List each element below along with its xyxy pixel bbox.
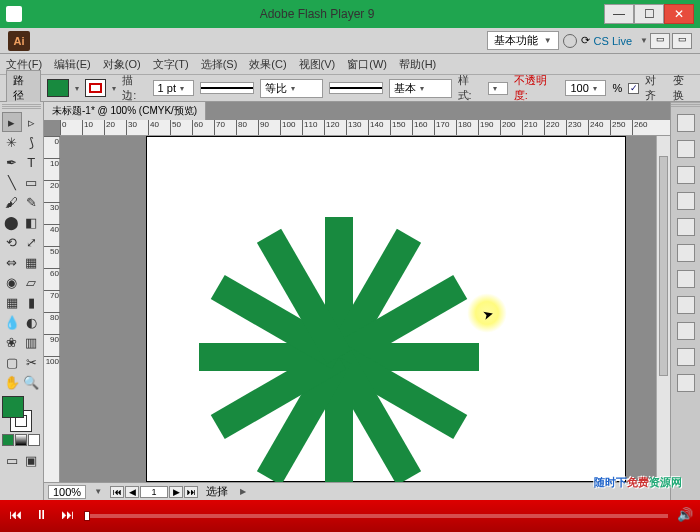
pause-button[interactable]: ⏸ <box>32 507 50 525</box>
menu-select[interactable]: 选择(S) <box>201 57 238 72</box>
chevron-right-icon[interactable]: ▶ <box>240 487 246 496</box>
mesh-tool[interactable]: ▦ <box>2 292 22 312</box>
screen-mode-button[interactable]: ▭ <box>672 33 692 49</box>
artboard-tool[interactable]: ▢ <box>2 352 22 372</box>
change-screen-mode[interactable]: ▣ <box>22 450 42 470</box>
maximize-button[interactable]: ☐ <box>634 4 664 24</box>
volume-button[interactable]: 🔊 <box>676 507 694 525</box>
style-swatch[interactable]: ▾ <box>488 82 508 95</box>
eraser-tool[interactable]: ◧ <box>22 212 42 232</box>
stroke-panel-icon[interactable] <box>677 244 695 262</box>
canvas[interactable]: ➤ <box>60 136 656 482</box>
cs-live-button[interactable]: CS Live <box>594 35 633 47</box>
stroke-weight-input[interactable]: 1 pt▾ <box>153 80 194 96</box>
next-button[interactable]: ⏭ <box>58 507 76 525</box>
rotate-tool[interactable]: ⟲ <box>2 232 22 252</box>
fill-swatch[interactable] <box>47 79 68 97</box>
opacity-label[interactable]: 不透明度: <box>514 73 560 103</box>
brushes-panel-icon[interactable] <box>677 192 695 210</box>
menu-view[interactable]: 视图(V) <box>299 57 336 72</box>
artboard[interactable]: ➤ <box>146 136 626 482</box>
menu-window[interactable]: 窗口(W) <box>347 57 387 72</box>
paintbrush-tool[interactable]: 🖌 <box>2 192 22 212</box>
gradient-tool[interactable]: ▮ <box>22 292 42 312</box>
symbol-sprayer-tool[interactable]: ❀ <box>2 332 22 352</box>
selection-tool[interactable]: ▸ <box>2 112 22 132</box>
appearance-panel-icon[interactable] <box>677 322 695 340</box>
color-panel-icon[interactable] <box>677 114 695 132</box>
gradient-panel-icon[interactable] <box>677 270 695 288</box>
rectangle-tool[interactable]: ▭ <box>22 172 42 192</box>
blob-brush-tool[interactable]: ⬤ <box>2 212 22 232</box>
panel-grip[interactable] <box>2 104 41 110</box>
color-mode-gradient[interactable] <box>15 434 27 446</box>
scrollbar-thumb[interactable] <box>659 156 668 376</box>
pen-tool[interactable]: ✒ <box>2 152 22 172</box>
swatches-panel-icon[interactable] <box>677 166 695 184</box>
align-pixel-checkbox[interactable]: ✓ <box>628 83 639 94</box>
workspace-selector[interactable]: 基本功能 ▼ <box>487 31 559 50</box>
menu-help[interactable]: 帮助(H) <box>399 57 436 72</box>
star-shape[interactable] <box>197 217 477 482</box>
arrange-button[interactable]: ▭ <box>650 33 670 49</box>
ruler-tick: 90 <box>258 120 269 136</box>
layers-panel-icon[interactable] <box>677 374 695 392</box>
chevron-down-icon[interactable]: ▾ <box>112 84 116 93</box>
lasso-tool[interactable]: ⟆ <box>22 132 42 152</box>
menu-edit[interactable]: 编辑(E) <box>54 57 91 72</box>
blend-tool[interactable]: ◐ <box>22 312 42 332</box>
refresh-icon[interactable]: ⟳ <box>581 34 590 47</box>
vertical-scrollbar[interactable] <box>656 136 670 482</box>
close-button[interactable]: ✕ <box>664 4 694 24</box>
seek-track[interactable] <box>84 514 668 518</box>
transparency-panel-icon[interactable] <box>677 296 695 314</box>
chevron-down-icon[interactable]: ▾ <box>75 84 79 93</box>
align-text[interactable]: 对齐 <box>645 73 666 103</box>
brush-definition[interactable] <box>329 82 383 94</box>
hand-tool[interactable]: ✋ <box>2 372 22 392</box>
chevron-down-icon[interactable]: ▼ <box>94 487 102 496</box>
symbols-panel-icon[interactable] <box>677 218 695 236</box>
stroke-swatch[interactable] <box>85 79 106 97</box>
seek-thumb[interactable] <box>84 511 90 521</box>
magic-wand-tool[interactable]: ✳ <box>2 132 22 152</box>
transform-text[interactable]: 变换 <box>673 73 694 103</box>
free-transform-tool[interactable]: ▦ <box>22 252 42 272</box>
color-guide-panel-icon[interactable] <box>677 140 695 158</box>
search-icon[interactable] <box>563 34 577 48</box>
width-tool[interactable]: ⇔ <box>2 252 22 272</box>
graph-tool[interactable]: ▥ <box>22 332 42 352</box>
zoom-input[interactable]: 100% <box>48 485 86 499</box>
watermark: 随时下免费资源网 <box>594 472 682 490</box>
perspective-tool[interactable]: ▱ <box>22 272 42 292</box>
graphic-styles-panel-icon[interactable] <box>677 348 695 366</box>
opacity-input[interactable]: 100▾ <box>565 80 606 96</box>
menu-object[interactable]: 对象(O) <box>103 57 141 72</box>
pencil-tool[interactable]: ✎ <box>22 192 42 212</box>
document-tab[interactable]: 未标题-1* @ 100% (CMYK/预览) <box>44 102 206 120</box>
zoom-tool[interactable]: 🔍 <box>22 372 42 392</box>
artboard-nav[interactable]: ⏮◀1▶⏭ <box>110 486 198 498</box>
color-mode-none[interactable] <box>28 434 40 446</box>
stroke-profile[interactable] <box>200 82 254 94</box>
menu-type[interactable]: 文字(T) <box>153 57 189 72</box>
menu-effect[interactable]: 效果(C) <box>249 57 286 72</box>
brush-select[interactable]: 基本▾ <box>389 79 451 98</box>
scale-tool[interactable]: ⤢ <box>22 232 42 252</box>
screen-mode-normal[interactable]: ▭ <box>2 450 22 470</box>
uniform-select[interactable]: 等比▾ <box>260 79 322 98</box>
type-tool[interactable]: T <box>22 152 42 172</box>
color-mode-solid[interactable] <box>2 434 14 446</box>
eyedropper-tool[interactable]: 💧 <box>2 312 22 332</box>
stroke-text[interactable]: 描边: <box>122 73 146 103</box>
color-stack[interactable] <box>2 396 38 432</box>
shape-builder-tool[interactable]: ◉ <box>2 272 22 292</box>
direct-selection-tool[interactable]: ▹ <box>22 112 42 132</box>
horizontal-ruler[interactable]: 0102030405060708090100110120130140150160… <box>60 120 670 136</box>
slice-tool[interactable]: ✂ <box>22 352 42 372</box>
prev-button[interactable]: ⏮ <box>6 507 24 525</box>
line-tool[interactable]: ╲ <box>2 172 22 192</box>
vertical-ruler[interactable]: 0102030405060708090100 <box>44 136 60 482</box>
fill-color[interactable] <box>2 396 24 418</box>
minimize-button[interactable]: — <box>604 4 634 24</box>
